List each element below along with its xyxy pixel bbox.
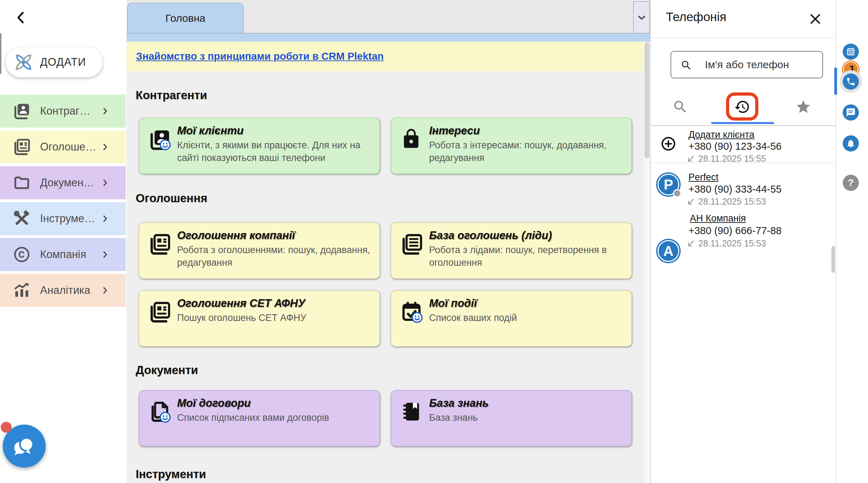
card-title: База знань — [429, 397, 489, 410]
history-timestamp: 28.11.2025 15:53 — [698, 197, 766, 207]
plektan-logo-icon — [13, 52, 34, 72]
plus-circle-icon[interactable] — [661, 136, 676, 152]
sidebar-item-analytics[interactable]: Аналітика — [0, 274, 126, 307]
panel-scrollbar-thumb[interactable] — [831, 246, 835, 273]
card-description: Список ваших подій — [429, 312, 623, 324]
card-knowledge-base[interactable]: База знань База знань — [391, 390, 632, 446]
sidebar: ДОДАТИ Контраг… Оголоше… Докумен… Інстру… — [0, 0, 127, 483]
tools-icon — [13, 210, 31, 228]
sidebar-item-company[interactable]: Компанія — [0, 238, 126, 271]
avatar-letter: P — [664, 177, 673, 193]
card-set-afnu-ads[interactable]: Оголошення СЕТ АФНУ Пошук оголошень СЕТ … — [139, 290, 380, 347]
welcome-link[interactable]: Знайомство з принципами роботи в CRM Ple… — [136, 51, 384, 62]
calendar-icon[interactable] — [843, 44, 859, 60]
folder-icon — [13, 174, 31, 192]
sidebar-item-ads[interactable]: Оголоше… — [0, 130, 126, 163]
history-contact-link[interactable]: АН Компанія — [690, 213, 746, 224]
tab-home-label: Головна — [166, 12, 206, 24]
sidebar-item-label: Докумен… — [40, 176, 100, 189]
phone-icon[interactable] — [843, 73, 859, 90]
section-title-counterparties: Контрагенти — [136, 89, 207, 102]
sidebar-item-label: Аналітика — [40, 284, 100, 297]
tab-list-dropdown-button[interactable] — [633, 1, 650, 33]
avatar[interactable]: P — [656, 172, 681, 197]
chevron-right-icon — [100, 142, 110, 152]
chevron-left-icon — [13, 9, 30, 26]
sidebar-item-label: Контраг… — [40, 105, 100, 117]
card-description: Пошук оголошень СЕТ АФНУ — [177, 312, 371, 324]
sidebar-item-counterparties[interactable]: Контраг… — [0, 95, 126, 128]
smiley-badge-icon — [159, 139, 171, 151]
history-phone: +380 (90) 666-77-88 — [688, 225, 782, 237]
card-interests[interactable]: Інтереси Робота з інтересами: пошук, дод… — [391, 118, 632, 174]
tabs-divider — [650, 125, 836, 126]
phone-search-input[interactable] — [671, 52, 822, 78]
history-contact-link[interactable]: Perfect — [688, 172, 719, 183]
close-icon[interactable] — [808, 12, 822, 26]
history-time-row: 28.11.2025 15:53 — [686, 197, 766, 207]
sidebar-item-documents[interactable]: Докумен… — [0, 166, 126, 199]
card-my-contracts[interactable]: Мої договори Список підписаних вами дого… — [139, 390, 380, 446]
section-title-ads: Оголошення — [136, 192, 207, 205]
section-title-tools: Інструменти — [136, 468, 206, 481]
telephony-panel-title: Телефонія — [666, 10, 726, 24]
copyright-icon — [13, 245, 31, 264]
main-scrollbar-thumb[interactable] — [644, 42, 649, 158]
card-ads-database[interactable]: База оголошень (ліди) Робота з лідами: п… — [391, 223, 632, 279]
bell-icon[interactable] — [843, 135, 859, 152]
smiley-badge-icon — [159, 411, 171, 424]
phone-search-box — [671, 51, 823, 78]
avatar[interactable]: A — [656, 239, 681, 263]
search-icon — [672, 99, 688, 115]
card-my-events[interactable]: Мої події Список ваших подій — [391, 290, 632, 347]
card-title: Інтереси — [429, 124, 480, 137]
tab-phone-search[interactable] — [670, 96, 691, 117]
sidebar-item-tools[interactable]: Інструме… — [0, 202, 126, 235]
chevron-right-icon — [100, 285, 110, 296]
tab-phone-favorites[interactable] — [793, 96, 814, 117]
card-company-ads[interactable]: Оголошення компанії Робота з оголошенням… — [139, 223, 380, 279]
back-button[interactable] — [13, 9, 30, 26]
card-title: База оголошень (ліди) — [429, 229, 552, 242]
chat-icon[interactable] — [843, 104, 859, 121]
section-title-documents: Документи — [136, 363, 198, 377]
sidebar-scrollbar[interactable] — [0, 33, 1, 74]
add-button-label: ДОДАТИ — [40, 56, 86, 69]
history-timestamp: 28.11.2025 15:55 — [698, 154, 766, 164]
analytics-icon — [13, 281, 31, 300]
card-title: Мої клієнти — [177, 124, 244, 137]
call-received-icon — [686, 197, 695, 206]
history-time-row: 28.11.2025 15:55 — [686, 154, 766, 164]
add-button[interactable]: ДОДАТИ — [6, 47, 103, 77]
chevron-right-icon — [100, 106, 110, 116]
call-received-icon — [686, 239, 695, 248]
card-description: Робота з інтересами: пошук, додавання, р… — [429, 139, 623, 164]
card-description: Робота з лідами: пошук, перетворення в о… — [429, 244, 623, 269]
history-timestamp: 28.11.2025 15:53 — [698, 238, 766, 249]
card-description: База знань — [429, 412, 623, 424]
active-rail-indicator — [834, 67, 837, 95]
chevron-right-icon — [100, 213, 110, 224]
sidebar-item-label: Компанія — [40, 248, 100, 261]
card-description: Клієнти, з якими ви працюєте. Для них на… — [177, 139, 371, 164]
smiley-badge-icon — [411, 311, 423, 324]
card-description: Робота з оголошеннями: пошук, додавання,… — [177, 244, 371, 269]
help-icon[interactable]: ? — [843, 175, 859, 191]
card-description: Список підписаних вами договорів — [177, 412, 371, 424]
ads-icon — [148, 233, 171, 256]
status-dot — [673, 189, 681, 198]
history-add-client-link[interactable]: Додати клієнта — [688, 129, 754, 140]
book-icon — [400, 400, 423, 424]
chevron-right-icon — [100, 249, 110, 260]
annotation-red-circle — [726, 92, 758, 121]
chat-bubbles-icon — [11, 432, 38, 460]
ads-icon — [148, 301, 171, 324]
contacts-icon — [13, 102, 31, 120]
notification-dot — [1, 422, 12, 433]
list-document-icon — [400, 233, 423, 256]
tab-home[interactable]: Головна — [127, 3, 244, 33]
tab-active-strip — [127, 33, 650, 41]
star-icon — [795, 99, 811, 115]
phone-icon-active-halo — [840, 70, 862, 93]
card-my-clients[interactable]: Мої клієнти Клієнти, з якими ви працюєте… — [139, 118, 380, 174]
